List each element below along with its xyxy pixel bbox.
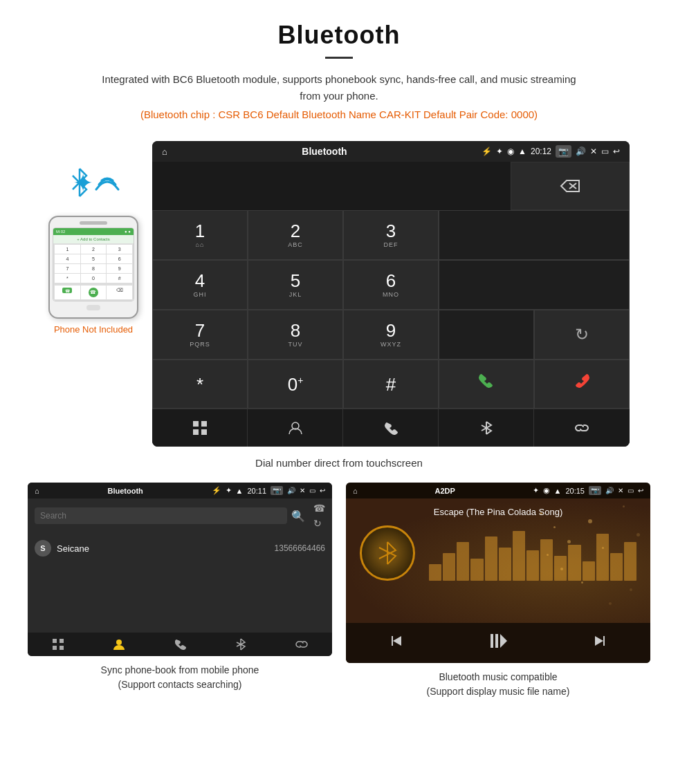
music-status-left: ⌂ xyxy=(353,487,358,495)
svg-rect-3 xyxy=(193,421,199,427)
key-hash[interactable]: # xyxy=(343,360,439,409)
phone-key-2: 2 xyxy=(81,245,107,254)
music-window-icon: ▭ xyxy=(627,487,634,494)
music-camera-icon: 📷 xyxy=(589,486,601,495)
music-album-art xyxy=(360,525,415,581)
phone-area: ✦ M:02● ● + Add to Contact xyxy=(48,162,138,335)
time-display: 20:12 xyxy=(531,147,551,156)
status-left: ⌂ xyxy=(162,147,167,157)
phonebook-screen: ⌂ Bluetooth ⚡ ✦ ▲ 20:11 📷 🔊 ✕ ▭ ↩ xyxy=(28,483,332,656)
phone-dialpad: 1 2 3 4 5 6 7 8 9 * 0 # xyxy=(53,243,134,284)
next-button[interactable] xyxy=(592,633,608,653)
pb-side-icons: ☎ ↻ xyxy=(313,503,325,529)
pb-camera-icon: 📷 xyxy=(271,486,283,495)
main-section: ✦ M:02● ● + Add to Contact xyxy=(0,127,678,450)
svg-rect-10 xyxy=(59,639,64,643)
backspace-button[interactable] xyxy=(511,162,630,210)
music-title: A2DP xyxy=(434,487,455,495)
pb-refresh-side-icon[interactable]: ↻ xyxy=(313,518,325,529)
pb-call-icon[interactable] xyxy=(174,638,186,651)
contact-name: Seicane xyxy=(57,543,269,554)
svg-rect-6 xyxy=(201,429,207,435)
music-album-area: Escape (The Pina Colada Song) xyxy=(346,498,650,623)
key-empty-1 xyxy=(439,210,630,260)
pb-phone-side-icon[interactable]: ☎ xyxy=(313,503,325,514)
call-icon xyxy=(476,371,497,397)
link-icon[interactable] xyxy=(534,409,630,447)
music-location-icon: ◉ xyxy=(543,486,550,495)
svg-rect-9 xyxy=(53,639,57,643)
music-signal-icon: ▲ xyxy=(554,487,562,495)
pb-time: 20:11 xyxy=(247,487,266,495)
music-volume-icon: 🔊 xyxy=(605,487,614,494)
phone-call-btn[interactable]: ☎ xyxy=(81,286,107,299)
camera-icon[interactable]: 📷 xyxy=(556,145,571,158)
bluetooth-icon[interactable] xyxy=(439,409,534,447)
pb-search-icon[interactable]: 🔍 xyxy=(291,510,305,523)
pb-person-icon[interactable] xyxy=(113,638,125,651)
key-2[interactable]: 2 ABC xyxy=(248,210,343,260)
key-star[interactable]: * xyxy=(152,360,248,409)
phonebook-search-input[interactable] xyxy=(35,507,287,524)
call-button[interactable] xyxy=(439,360,534,409)
phone-key-9: 9 xyxy=(107,264,132,273)
key-1[interactable]: 1 ⌂⌂ xyxy=(152,210,248,260)
contacts-icon[interactable] xyxy=(248,409,343,447)
phone-key-1: 1 xyxy=(55,245,80,254)
phonebook-caption: Sync phone-book from mobile phone (Suppo… xyxy=(101,663,259,692)
dialpad-status-bar: ⌂ Bluetooth ⚡ ✦ ◉ ▲ 20:12 📷 🔊 ✕ ▭ ↩ xyxy=(152,141,630,162)
phone-back: ⌫ xyxy=(107,286,132,299)
music-home-icon: ⌂ xyxy=(353,487,358,495)
phone-home-button[interactable] xyxy=(86,305,100,310)
phone-speaker xyxy=(80,221,107,225)
page-title: Bluetooth xyxy=(14,21,664,50)
pb-status-right: ⚡ ✦ ▲ 20:11 📷 🔊 ✕ ▭ ↩ xyxy=(212,486,325,495)
pb-link-icon[interactable] xyxy=(295,638,308,651)
pb-bluetooth-icon[interactable] xyxy=(235,638,247,651)
header-description: Integrated with BC6 Bluetooth module, su… xyxy=(97,71,581,104)
phone-status-bar: M:02● ● xyxy=(53,228,134,235)
dialpad-title: Bluetooth xyxy=(302,146,347,157)
home-icon[interactable]: ⌂ xyxy=(162,147,167,157)
back-icon[interactable]: ↩ xyxy=(613,147,620,156)
phonebook-block: ⌂ Bluetooth ⚡ ✦ ▲ 20:11 📷 🔊 ✕ ▭ ↩ xyxy=(28,483,332,692)
location-icon: ◉ xyxy=(507,147,514,156)
contact-number: 13566664466 xyxy=(275,543,325,553)
close-icon[interactable]: ✕ xyxy=(590,147,597,156)
play-pause-button[interactable] xyxy=(488,631,508,655)
key-8[interactable]: 8 TUV xyxy=(248,310,343,360)
keypad-grid: 1 ⌂⌂ 2 ABC 3 DEF 4 GHI 5 JKL 6 xyxy=(152,210,630,409)
grid-icon[interactable] xyxy=(152,409,248,447)
key-6[interactable]: 6 MNO xyxy=(343,260,439,310)
key-0[interactable]: 0+ xyxy=(248,360,343,409)
music-status-bar: ⌂ A2DP ✦ ◉ ▲ 20:15 📷 🔊 ✕ ▭ ↩ xyxy=(346,483,650,498)
pb-grid-icon[interactable] xyxy=(52,638,64,651)
title-divider xyxy=(325,57,353,59)
signal-icon: ▲ xyxy=(518,147,526,156)
hangup-button[interactable] xyxy=(534,360,630,409)
pb-contact-row[interactable]: S Seicane 13566664466 xyxy=(28,533,332,563)
pb-close-icon: ✕ xyxy=(300,487,305,494)
phone-icon[interactable] xyxy=(343,409,439,447)
contact-avatar: S xyxy=(35,540,51,557)
volume-icon[interactable]: 🔊 xyxy=(576,147,586,156)
prev-button[interactable] xyxy=(388,633,405,653)
key-7[interactable]: 7 PQRS xyxy=(152,310,248,360)
key-9[interactable]: 9 WXYZ xyxy=(343,310,439,360)
phone-add-contact: + Add to Contacts xyxy=(53,235,134,243)
key-4[interactable]: 4 GHI xyxy=(152,260,248,310)
music-caption: Bluetooth music compatible (Support disp… xyxy=(427,670,570,699)
window-icon[interactable]: ▭ xyxy=(601,147,609,156)
phone-key-3: 3 xyxy=(107,245,132,254)
wifi-waves-icon xyxy=(93,167,121,207)
bottom-section: ⌂ Bluetooth ⚡ ✦ ▲ 20:11 📷 🔊 ✕ ▭ ↩ xyxy=(0,483,678,699)
music-time: 20:15 xyxy=(565,487,585,495)
phone-key-0: 0 xyxy=(81,274,107,283)
key-3[interactable]: 3 DEF xyxy=(343,210,439,260)
svg-rect-17 xyxy=(392,636,393,646)
usb-icon: ⚡ xyxy=(482,147,492,156)
key-5[interactable]: 5 JKL xyxy=(248,260,343,310)
hangup-icon xyxy=(571,371,592,397)
refresh-button[interactable]: ↻ xyxy=(534,310,630,360)
music-song-title: Escape (The Pina Colada Song) xyxy=(434,507,562,517)
